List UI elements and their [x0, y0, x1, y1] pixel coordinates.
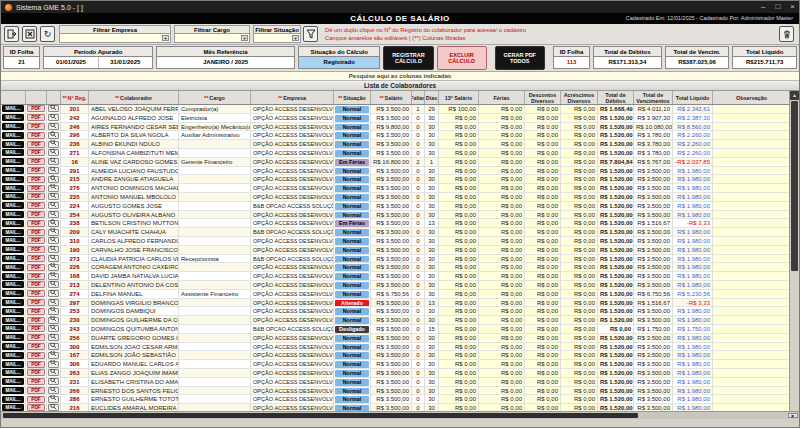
- search-button[interactable]: [48, 273, 59, 280]
- cell-ferias[interactable]: R$ 0,00: [479, 387, 525, 395]
- mail-button[interactable]: MAIL...: [2, 281, 24, 288]
- cell-reg[interactable]: 274: [61, 290, 89, 298]
- pdf-button[interactable]: PDF: [27, 185, 45, 192]
- cell-descontos[interactable]: R$ 0,00: [525, 343, 561, 351]
- cell-salario13[interactable]: R$ 0,00: [439, 272, 479, 280]
- mail-button[interactable]: MAIL...: [2, 343, 24, 350]
- search-button[interactable]: [48, 352, 59, 359]
- cell-ferias[interactable]: R$ 0,00: [479, 307, 525, 315]
- header-salario[interactable]: **Salário: [371, 91, 412, 104]
- mail-button[interactable]: MAIL...: [2, 361, 24, 368]
- pdf-button[interactable]: PDF: [27, 202, 45, 209]
- cell-salario13[interactable]: R$ 0,00: [439, 184, 479, 192]
- mail-button[interactable]: MAIL...: [2, 317, 24, 324]
- search-button[interactable]: [48, 132, 59, 139]
- cell-salario13[interactable]: R$ 100,00: [439, 105, 479, 113]
- search-button[interactable]: [48, 114, 59, 121]
- cell-salario13[interactable]: R$ 0,00: [439, 299, 479, 307]
- cell-descontos[interactable]: R$ 0,00: [525, 272, 561, 280]
- pdf-button[interactable]: PDF: [27, 352, 45, 359]
- search-button[interactable]: [48, 361, 59, 368]
- mail-button[interactable]: MAIL...: [2, 158, 24, 165]
- cell-acrescimos[interactable]: R$ 0,00: [561, 255, 598, 263]
- pdf-button[interactable]: PDF: [27, 317, 45, 324]
- chevron-down-icon[interactable]: ▼: [162, 35, 169, 41]
- cell-obs[interactable]: [713, 219, 789, 227]
- cell-reg[interactable]: 224: [61, 202, 89, 210]
- cell-salario13[interactable]: R$ 0,00: [439, 149, 479, 157]
- pdf-button[interactable]: PDF: [27, 158, 45, 165]
- cell-obs[interactable]: [713, 175, 789, 183]
- cell-reg[interactable]: 286: [61, 395, 89, 403]
- mail-button[interactable]: MAIL...: [2, 237, 24, 244]
- cell-salario13[interactable]: R$ 0,00: [439, 255, 479, 263]
- maximize-button[interactable]: □: [775, 2, 780, 12]
- cell-salario13[interactable]: R$ 0,00: [439, 175, 479, 183]
- exit-button[interactable]: [4, 26, 19, 42]
- cell-descontos[interactable]: R$ 0,00: [525, 369, 561, 377]
- header-dias[interactable]: Dias: [425, 91, 439, 104]
- search-button[interactable]: [48, 237, 59, 244]
- cell-salario13[interactable]: R$ 0,00: [439, 281, 479, 289]
- pdf-button[interactable]: PDF: [27, 211, 45, 218]
- cell-reg[interactable]: 276: [61, 184, 89, 192]
- vertical-scroll-thumb[interactable]: [791, 101, 798, 271]
- scroll-right-icon[interactable]: ▶: [788, 413, 798, 418]
- search-button[interactable]: [48, 167, 59, 174]
- cell-descontos[interactable]: R$ 0,00: [525, 290, 561, 298]
- cell-salario13[interactable]: R$ 0,00: [439, 360, 479, 368]
- cell-ferias[interactable]: R$ 0,00: [479, 158, 525, 166]
- cell-descontos[interactable]: R$ 0,00: [525, 334, 561, 342]
- chevron-down-icon[interactable]: ▼: [241, 35, 248, 41]
- cell-ferias[interactable]: R$ 0,00: [479, 246, 525, 254]
- cell-salario13[interactable]: R$ 0,00: [439, 404, 479, 411]
- cell-obs[interactable]: [713, 281, 789, 289]
- header-empresa[interactable]: **Empresa: [251, 91, 334, 104]
- cell-acrescimos[interactable]: R$ 0,00: [561, 378, 598, 386]
- mail-button[interactable]: MAIL...: [2, 176, 24, 183]
- cell-reg[interactable]: 300: [61, 343, 89, 351]
- cell-descontos[interactable]: R$ 0,00: [525, 316, 561, 324]
- cell-acrescimos[interactable]: R$ 0,00: [561, 149, 598, 157]
- search-button[interactable]: [48, 299, 59, 306]
- cell-ferias[interactable]: R$ 0,00: [479, 114, 525, 122]
- cell-reg[interactable]: 246: [61, 123, 89, 131]
- cell-descontos[interactable]: R$ 0,00: [525, 193, 561, 201]
- mail-button[interactable]: MAIL...: [2, 387, 24, 394]
- cell-descontos[interactable]: R$ 0,00: [525, 281, 561, 289]
- mail-button[interactable]: MAIL...: [2, 202, 24, 209]
- mail-button[interactable]: MAIL...: [2, 185, 24, 192]
- cell-acrescimos[interactable]: R$ 0,00: [561, 272, 598, 280]
- cell-ferias[interactable]: R$ 0,00: [479, 272, 525, 280]
- search-button[interactable]: [48, 396, 59, 403]
- cell-salario13[interactable]: R$ 0,00: [439, 237, 479, 245]
- cell-descontos[interactable]: R$ 0,00: [525, 131, 561, 139]
- cell-ferias[interactable]: R$ 0,00: [479, 299, 525, 307]
- cell-reg[interactable]: 168: [61, 272, 89, 280]
- search-button[interactable]: [48, 308, 59, 315]
- pdf-button[interactable]: PDF: [27, 369, 45, 376]
- pdf-button[interactable]: PDF: [27, 193, 45, 200]
- pdf-button[interactable]: PDF: [27, 273, 45, 280]
- cell-salario13[interactable]: R$ 0,00: [439, 158, 479, 166]
- filter-situacao-select[interactable]: ▼: [253, 34, 301, 43]
- cell-descontos[interactable]: R$ 0,00: [525, 219, 561, 227]
- cell-ferias[interactable]: R$ 0,00: [479, 343, 525, 351]
- pdf-button[interactable]: PDF: [27, 325, 45, 332]
- search-button[interactable]: [48, 141, 59, 148]
- cell-obs[interactable]: [713, 343, 789, 351]
- cell-reg[interactable]: 238: [61, 219, 89, 227]
- cell-reg[interactable]: 310: [61, 237, 89, 245]
- refresh-button[interactable]: ↻: [40, 26, 55, 42]
- cell-ferias[interactable]: R$ 0,00: [479, 237, 525, 245]
- cell-ferias[interactable]: R$ 0,00: [479, 211, 525, 219]
- cell-descontos[interactable]: R$ 0,00: [525, 184, 561, 192]
- pdf-button[interactable]: PDF: [27, 334, 45, 341]
- cell-reg[interactable]: 235: [61, 193, 89, 201]
- search-button[interactable]: [48, 343, 59, 350]
- cell-ferias[interactable]: R$ 0,00: [479, 123, 525, 131]
- cell-ferias[interactable]: R$ 0,00: [479, 219, 525, 227]
- cell-reg[interactable]: 209: [61, 228, 89, 236]
- filter-empresa-select[interactable]: ▼: [59, 34, 171, 43]
- header-reg[interactable]: **Nº Reg.: [61, 91, 89, 104]
